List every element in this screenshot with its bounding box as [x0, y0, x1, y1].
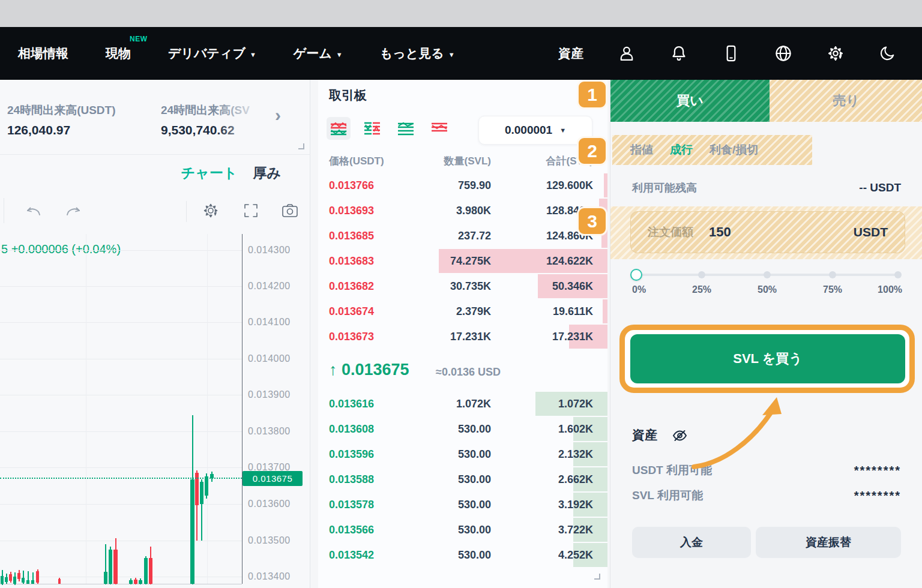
candlestick-chart[interactable]: 5 +0.000006 (+0.04%) 0.0143000.0142000.0…: [0, 234, 310, 588]
price-cell: 0.013682: [329, 280, 374, 293]
ask-rows: 0.013766759.90129.600K0.0136933.980K128.…: [318, 173, 607, 349]
order-type-2[interactable]: 利食/損切: [710, 142, 758, 158]
chart-view-tabs: チャート 厚み: [0, 155, 310, 191]
order-amount-input[interactable]: 注文価額 150 USDT: [630, 211, 905, 253]
orderbook-ask-row[interactable]: 0.013685237.72124.860K: [318, 223, 607, 248]
gridline: [0, 431, 242, 432]
browser-chrome-strip: [0, 0, 922, 27]
nav-menu: 相場情報現物NEWデリバティブ▼ゲーム▼もっと見る▼: [0, 45, 455, 62]
orderbook-bid-row[interactable]: 0.013578530.003.192K: [318, 492, 607, 517]
order-book-view-icons: [327, 117, 451, 140]
orderbook-ask-row[interactable]: 0.0136933.980K128.840K: [318, 198, 607, 223]
slider-stop[interactable]: [764, 271, 771, 278]
buy-svl-button[interactable]: SVL を買う: [630, 334, 905, 383]
gridline: [0, 359, 242, 359]
price-cell: 0.013683: [329, 255, 374, 268]
amount-percent-slider[interactable]: 0%25%50%75%100%: [632, 268, 902, 304]
y-axis-tick: 0.014200: [248, 281, 291, 292]
mobile-icon[interactable]: [722, 44, 740, 62]
qty-cell: 530.00: [458, 549, 491, 562]
user-icon[interactable]: [618, 44, 636, 62]
transfer-button[interactable]: 資産振替: [756, 527, 901, 558]
orderbook-bid-row[interactable]: 0.013542530.004.252K: [318, 542, 607, 568]
total-cell: 4.252K: [558, 549, 593, 562]
slider-label: 100%: [878, 284, 902, 295]
nav-item-label: 現物: [106, 45, 131, 62]
orderbook-ask-row[interactable]: 0.01367317.231K17.231K: [318, 324, 607, 349]
qty-cell: 530.00: [458, 448, 491, 461]
orderbook-bid-row[interactable]: 0.013596530.002.132K: [318, 442, 607, 467]
book-view-split-icon[interactable]: [360, 117, 384, 140]
nav-item-label: デリバティブ: [168, 45, 246, 62]
nav-item-3[interactable]: ゲーム▼: [294, 45, 343, 62]
order-type-1[interactable]: 成行: [670, 142, 693, 158]
gear-icon[interactable]: [827, 44, 845, 62]
toolbar-divider: [186, 201, 187, 222]
book-view-bids-icon[interactable]: [394, 117, 418, 140]
book-view-asks-icon[interactable]: [427, 117, 451, 140]
slider-label: 0%: [632, 284, 646, 295]
slider-handle[interactable]: [630, 269, 642, 281]
qty-cell: 237.72: [458, 230, 491, 242]
tab-chart[interactable]: チャート: [181, 164, 238, 182]
orderbook-ask-row[interactable]: 0.01368230.735K50.346K: [318, 274, 607, 299]
orderbook-ask-row[interactable]: 0.01368374.275K124.622K: [318, 248, 607, 274]
price-cell: 0.013596: [329, 448, 374, 461]
chart-settings-gear-icon[interactable]: [202, 202, 220, 220]
nav-right-group: 資産: [558, 44, 922, 62]
orderbook-bid-row[interactable]: 0.0136161.072K1.072K: [318, 391, 607, 416]
orderbook-bid-row[interactable]: 0.013588530.002.662K: [318, 467, 607, 492]
buy-sell-tabs: 買い 売り: [610, 80, 922, 122]
slider-stop[interactable]: [829, 271, 836, 278]
volume-svl-value: 9,530,740.62: [161, 123, 281, 137]
order-book-title: 取引板: [329, 87, 367, 104]
gridline: [0, 395, 242, 395]
bell-icon[interactable]: [670, 44, 688, 62]
slider-label: 25%: [692, 284, 711, 295]
orderbook-ask-row[interactable]: 0.013766759.90129.600K: [318, 173, 607, 198]
panel-action-buttons: 入金 資産振替: [632, 527, 901, 558]
camera-icon[interactable]: [281, 202, 299, 219]
y-axis-tick: 0.013800: [248, 426, 291, 437]
nav-item-4[interactable]: もっと見る▼: [380, 45, 455, 62]
nav-item-1[interactable]: 現物NEW: [106, 45, 131, 62]
deposit-button[interactable]: 入金: [632, 527, 751, 558]
available-balance-value: -- USDT: [859, 181, 901, 194]
order-type-0[interactable]: 指値: [630, 142, 653, 158]
tab-sell[interactable]: 売り: [770, 80, 922, 122]
tab-buy[interactable]: 買い: [610, 80, 770, 122]
resize-corner-icon[interactable]: [594, 574, 600, 580]
trade-panel: 買い 売り 指値成行利食/損切 利用可能残高 -- USDT 注文価額 150 …: [610, 80, 922, 588]
depth-bar: [603, 299, 607, 323]
slider-stop[interactable]: [894, 271, 902, 278]
volume-usdt-stat: 24時間出来高(USDT) 126,040.97: [7, 103, 116, 137]
undo-icon[interactable]: [23, 203, 43, 218]
amount-value: 150: [709, 224, 731, 240]
col-price-header: 価格(USDT): [329, 154, 384, 168]
volume-svl-stat: 24時間出来高(SV 9,530,740.62: [161, 103, 281, 137]
resize-corner-icon[interactable]: [298, 143, 304, 149]
orderbook-ask-row[interactable]: 0.0136742.379K19.611K: [318, 299, 607, 324]
top-navbar: 相場情報現物NEWデリバティブ▼ゲーム▼もっと見る▼ 資産: [0, 27, 922, 80]
orderbook-bid-row[interactable]: 0.013608530.001.602K: [318, 416, 607, 442]
price-up-arrow-icon: ↑: [329, 361, 337, 379]
moon-icon[interactable]: [879, 44, 897, 62]
available-balance-label: 利用可能残高: [632, 181, 697, 195]
annotation-arrow: [682, 395, 796, 476]
redo-icon[interactable]: [64, 203, 84, 218]
gridline: [0, 322, 242, 323]
fullscreen-icon[interactable]: [243, 202, 259, 219]
gridline: [0, 467, 242, 468]
volume-usdt-label: 24時間出来高(USDT): [7, 103, 116, 118]
stats-expand-chevron[interactable]: ›: [275, 105, 281, 125]
book-view-both-icon[interactable]: [327, 117, 351, 140]
nav-assets-link[interactable]: 資産: [558, 45, 583, 62]
orderbook-bid-row[interactable]: 0.013566530.003.722K: [318, 517, 607, 542]
precision-dropdown[interactable]: 0.000001 ▼: [478, 116, 592, 145]
nav-item-0[interactable]: 相場情報: [18, 45, 68, 62]
last-price-fiat: ≈0.0136 USD: [436, 366, 501, 379]
tab-depth[interactable]: 厚み: [253, 164, 281, 182]
slider-stop[interactable]: [698, 271, 705, 278]
nav-item-2[interactable]: デリバティブ▼: [168, 45, 256, 62]
globe-icon[interactable]: [774, 44, 792, 62]
